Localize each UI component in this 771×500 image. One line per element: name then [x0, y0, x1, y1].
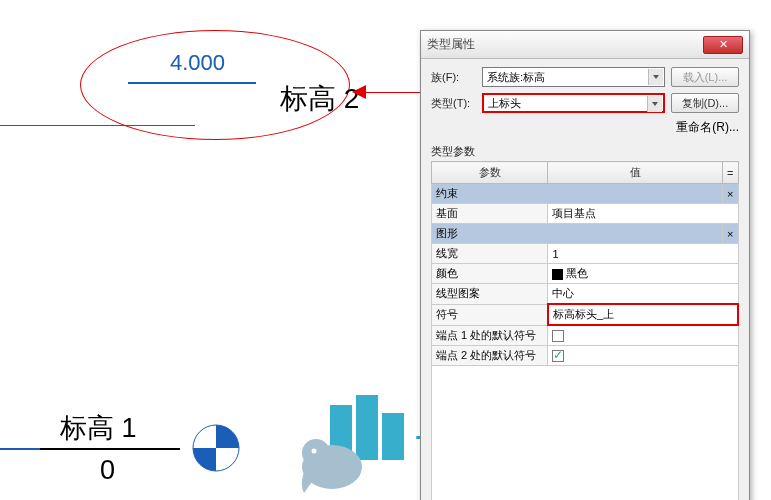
- family-value: 系统族:标高: [487, 70, 545, 85]
- color-swatch-icon: [552, 269, 563, 280]
- chevron-down-icon: [647, 96, 662, 112]
- dialog-titlebar[interactable]: 类型属性 ✕: [421, 31, 749, 59]
- svg-rect-3: [356, 395, 378, 460]
- param-symbol-value[interactable]: 标高标头_上: [548, 304, 738, 325]
- watermark-logo-icon: [300, 395, 410, 495]
- category-graphics[interactable]: 图形: [432, 224, 723, 244]
- params-table: 参数 值 = 约束 × 基面 项目基点 图形 × 线宽 1 颜色: [431, 161, 739, 500]
- param-lineweight-value[interactable]: 1: [548, 244, 738, 264]
- param-lineweight: 线宽: [432, 244, 548, 264]
- rename-button[interactable]: 重命名(R)...: [676, 119, 739, 136]
- table-row[interactable]: 线型图案 中心: [432, 284, 739, 305]
- param-end2: 端点 2 处的默认符号: [432, 345, 548, 365]
- level-1-value: 0: [100, 455, 115, 486]
- close-button[interactable]: ✕: [703, 36, 743, 54]
- param-color-value[interactable]: 黑色: [548, 264, 738, 284]
- table-row[interactable]: 符号 标高标头_上: [432, 304, 739, 325]
- type-properties-dialog: 类型属性 ✕ 族(F): 系统族:标高 载入(L)... 类型(T): 上标头 …: [420, 30, 750, 500]
- chevron-down-icon: [648, 69, 663, 85]
- param-pattern-value[interactable]: 中心: [548, 284, 738, 305]
- checkbox-checked-icon[interactable]: [552, 350, 564, 362]
- level-1-bubble-icon: [192, 424, 240, 472]
- callout-arrow-head: [352, 85, 366, 99]
- svg-point-6: [302, 439, 330, 467]
- category-constraint[interactable]: 约束: [432, 184, 723, 204]
- svg-point-7: [312, 449, 317, 454]
- table-row[interactable]: 基面 项目基点: [432, 204, 739, 224]
- load-button[interactable]: 载入(L)...: [671, 67, 739, 87]
- param-color: 颜色: [432, 264, 548, 284]
- checkbox-unchecked-icon[interactable]: [552, 330, 564, 342]
- param-end1: 端点 1 处的默认符号: [432, 325, 548, 345]
- duplicate-button[interactable]: 复制(D)...: [671, 93, 739, 113]
- table-row[interactable]: 线宽 1: [432, 244, 739, 264]
- family-select[interactable]: 系统族:标高: [482, 67, 665, 87]
- param-base-value[interactable]: 项目基点: [548, 204, 738, 224]
- svg-rect-4: [382, 413, 404, 460]
- category-collapse-icon[interactable]: ×: [723, 224, 738, 244]
- level-2-label: 标高 2: [280, 80, 359, 118]
- level-1-name: 标高 1: [60, 410, 137, 446]
- category-collapse-icon[interactable]: ×: [723, 184, 738, 204]
- col-param-header[interactable]: 参数: [432, 162, 548, 184]
- table-row[interactable]: 端点 1 处的默认符号: [432, 325, 739, 345]
- param-base: 基面: [432, 204, 548, 224]
- table-row[interactable]: 端点 2 处的默认符号: [432, 345, 739, 365]
- param-end2-value[interactable]: [548, 345, 738, 365]
- table-row[interactable]: 颜色 黑色: [432, 264, 739, 284]
- type-label: 类型(T):: [431, 96, 476, 111]
- dialog-title: 类型属性: [427, 36, 703, 53]
- param-symbol: 符号: [432, 304, 548, 325]
- level-1-baseline: [0, 448, 40, 450]
- level-1-divider: [40, 448, 180, 450]
- param-end1-value[interactable]: [548, 325, 738, 345]
- param-pattern: 线型图案: [432, 284, 548, 305]
- col-value-header[interactable]: 值: [548, 162, 723, 184]
- family-label: 族(F):: [431, 70, 476, 85]
- type-params-label: 类型参数: [431, 144, 739, 159]
- col-equals-header[interactable]: =: [723, 162, 738, 184]
- type-value: 上标头: [488, 96, 521, 111]
- table-empty-space: [432, 365, 739, 500]
- type-select[interactable]: 上标头: [482, 93, 665, 113]
